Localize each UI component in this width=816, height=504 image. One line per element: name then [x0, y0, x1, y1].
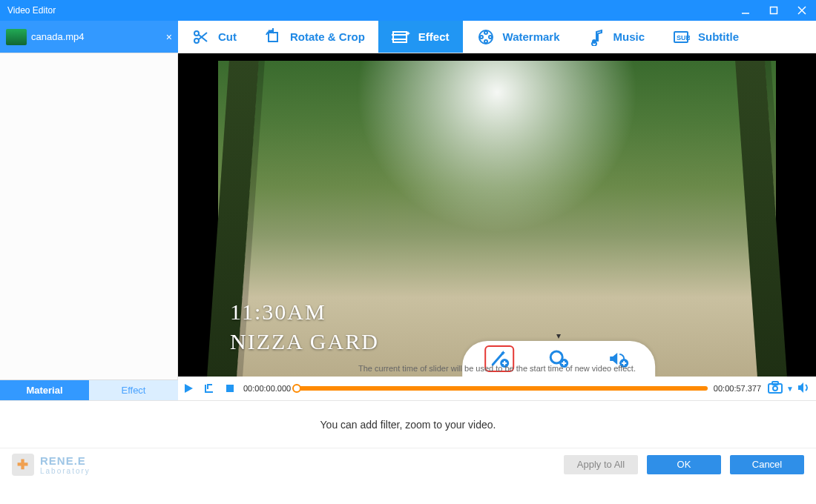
svg-marker-32	[185, 384, 193, 393]
brand-name: RENE.E	[40, 454, 86, 467]
tab-label: Music	[613, 30, 645, 43]
tab-music[interactable]: Music	[573, 21, 659, 53]
svg-text:SUB: SUB	[677, 34, 690, 42]
crop-rotate-icon	[263, 27, 283, 47]
toolbar: canada.mp4 × Cut Rotate & Crop Effect W	[0, 21, 816, 53]
brand-sub: Laboratory	[40, 467, 91, 475]
apply-to-all-button[interactable]: Apply to All	[564, 455, 638, 474]
svg-point-35	[773, 386, 777, 391]
svg-rect-8	[269, 33, 277, 42]
svg-rect-33	[226, 385, 234, 392]
svg-rect-9	[393, 32, 407, 42]
stop-button[interactable]	[223, 381, 237, 396]
main-tabs: Cut Rotate & Crop Effect Watermark Music	[178, 21, 816, 53]
svg-point-4	[194, 31, 199, 36]
svg-rect-1	[771, 7, 777, 14]
film-reel-icon	[476, 27, 496, 47]
subtitle-icon: SUB	[671, 27, 691, 47]
preview-panel: 11:30AM NIZZA GARD ▾ The current time of…	[178, 53, 816, 400]
preview-image: 11:30AM NIZZA GARD	[218, 61, 776, 377]
bottom-hint: You can add filter, zoom to your video.	[0, 401, 816, 448]
overlay-time-text: 11:30AM	[230, 299, 326, 325]
tab-cut[interactable]: Cut	[178, 21, 250, 53]
tab-watermark[interactable]: Watermark	[463, 21, 573, 53]
time-start: 00:00:00.000	[243, 384, 291, 393]
step-frame-button[interactable]	[202, 381, 217, 396]
tab-label: Cut	[218, 30, 237, 43]
timeline: The current time of slider will be used …	[178, 377, 816, 400]
svg-point-12	[479, 30, 493, 44]
scissors-icon	[191, 27, 211, 47]
effect-list[interactable]	[0, 53, 178, 379]
filmstrip-sparkle-icon	[392, 27, 411, 47]
chevron-down-icon[interactable]: ▼	[786, 385, 794, 393]
timeline-track[interactable]	[297, 386, 708, 391]
file-tab-close-icon[interactable]: ×	[166, 31, 172, 43]
left-panel: Material Effect	[0, 53, 178, 400]
svg-point-15	[480, 36, 483, 39]
volume-button[interactable]	[797, 382, 810, 395]
time-end: 00:00:57.377	[714, 384, 761, 393]
file-name: canada.mp4	[31, 31, 85, 42]
file-thumbnail	[6, 29, 27, 45]
svg-point-5	[194, 39, 199, 43]
window-title: Video Editor	[7, 5, 56, 16]
play-button[interactable]	[181, 381, 196, 396]
brand-logo: ✚ RENE.E Laboratory	[12, 454, 91, 476]
bottom-area: You can add filter, zoom to your video. …	[0, 400, 816, 480]
sub-tabs: Material Effect	[0, 379, 178, 400]
footer: ✚ RENE.E Laboratory Apply to All OK Canc…	[0, 448, 816, 480]
svg-point-14	[484, 40, 487, 43]
ok-button[interactable]: OK	[647, 455, 721, 474]
timeline-hint: The current time of slider will be used …	[178, 364, 816, 373]
subtab-effect[interactable]: Effect	[89, 380, 178, 400]
snapshot-button[interactable]	[767, 381, 783, 396]
maximize-button[interactable]	[760, 0, 788, 21]
svg-point-17	[592, 39, 596, 44]
cancel-button[interactable]: Cancel	[730, 455, 804, 474]
brand-icon: ✚	[12, 454, 34, 476]
timeline-knob[interactable]	[292, 384, 301, 393]
tab-label: Effect	[418, 30, 450, 43]
tab-label: Subtitle	[698, 30, 739, 43]
music-note-icon	[587, 27, 606, 47]
close-button[interactable]	[788, 0, 816, 21]
tab-rotate-crop[interactable]: Rotate & Crop	[250, 21, 378, 53]
svg-point-13	[484, 31, 487, 34]
tab-effect[interactable]: Effect	[378, 21, 463, 53]
chevron-down-icon[interactable]: ▾	[556, 331, 561, 341]
tab-subtitle[interactable]: SUB Subtitle	[658, 21, 752, 53]
file-tab[interactable]: canada.mp4 ×	[0, 21, 178, 53]
video-preview[interactable]: 11:30AM NIZZA GARD ▾	[178, 53, 816, 377]
subtab-material[interactable]: Material	[0, 380, 89, 400]
main-area: Material Effect 11:30AM NIZZA GARD ▾	[0, 53, 816, 400]
tab-label: Watermark	[503, 30, 560, 43]
tab-label: Rotate & Crop	[290, 30, 365, 43]
svg-point-16	[489, 36, 492, 39]
minimize-button[interactable]	[731, 0, 760, 21]
overlay-place-text: NIZZA GARD	[230, 329, 379, 354]
titlebar: Video Editor	[0, 0, 816, 21]
